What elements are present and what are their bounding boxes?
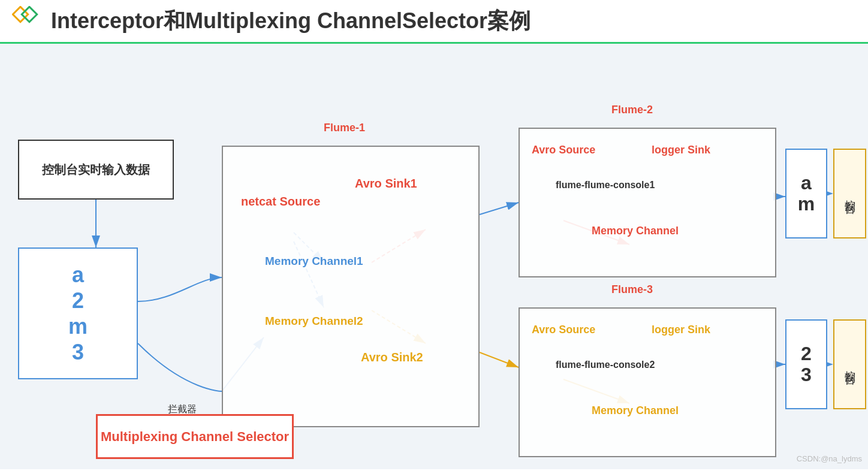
- flume2-logger-sink: logger Sink: [652, 144, 710, 156]
- flume2-box: Avro Source logger Sink flume-flume-cons…: [519, 128, 776, 277]
- am-label: a m: [798, 173, 815, 215]
- svg-line-12: [480, 203, 519, 215]
- memory-channel1-label: Memory Channel1: [265, 255, 363, 268]
- avro-sink1-label: Avro Sink1: [355, 177, 417, 191]
- flume2-memory-channel: Memory Channel: [592, 225, 679, 237]
- a2m3-label: a 2 m 3: [68, 262, 88, 366]
- flume1-box: netcat Source Avro Sink1 Memory Channel1…: [222, 146, 480, 427]
- mcs-label: Multiplexing Channel Selector: [101, 429, 289, 445]
- ctrl1-label: 控制台: [842, 191, 857, 197]
- flume2-avro-source: Avro Source: [532, 144, 595, 156]
- flume3-label: Flume-3: [611, 283, 653, 296]
- n23-label: 2 3: [801, 343, 812, 385]
- flume2-console: flume-flume-console1: [556, 180, 655, 191]
- n23-box: 2 3: [785, 319, 827, 409]
- header-icon: [12, 6, 42, 36]
- svg-rect-1: [22, 7, 37, 22]
- flume3-logger-sink: logger Sink: [652, 324, 710, 336]
- netcat-source-label: netcat Source: [241, 195, 320, 209]
- flume1-label: Flume-1: [324, 122, 365, 134]
- flume3-console: flume-flume-console2: [556, 360, 655, 370]
- flume3-avro-source: Avro Source: [532, 324, 595, 336]
- flume2-label: Flume-2: [611, 104, 653, 116]
- page-header: Interceptor和Multiplexing ChannelSelector…: [0, 0, 868, 44]
- page-title: Interceptor和Multiplexing ChannelSelector…: [51, 7, 531, 36]
- flume3-box: Avro Source logger Sink flume-flume-cons…: [519, 307, 776, 457]
- avro-sink2-label: Avro Sink2: [361, 351, 423, 364]
- mcs-box: Multiplexing Channel Selector: [96, 414, 294, 459]
- input-data-label: 控制台实时输入数据: [42, 162, 150, 178]
- diagram-area: 控制台实时输入数据 a 2 m 3 Flume-1 netcat Source …: [0, 44, 868, 469]
- svg-rect-0: [13, 7, 28, 22]
- input-data-box: 控制台实时输入数据: [18, 140, 174, 200]
- svg-line-13: [480, 352, 519, 367]
- memory-channel2-label: Memory Channel2: [265, 315, 363, 328]
- ctrl2-label: 控制台: [842, 362, 857, 367]
- am-box: a m: [785, 149, 827, 238]
- ctrl2-box: 控制台: [833, 319, 866, 409]
- a2m3-box: a 2 m 3: [18, 247, 138, 379]
- watermark: CSDN:@na_lydms: [797, 454, 862, 463]
- ctrl1-box: 控制台: [833, 149, 866, 238]
- flume3-memory-channel: Memory Channel: [592, 404, 679, 417]
